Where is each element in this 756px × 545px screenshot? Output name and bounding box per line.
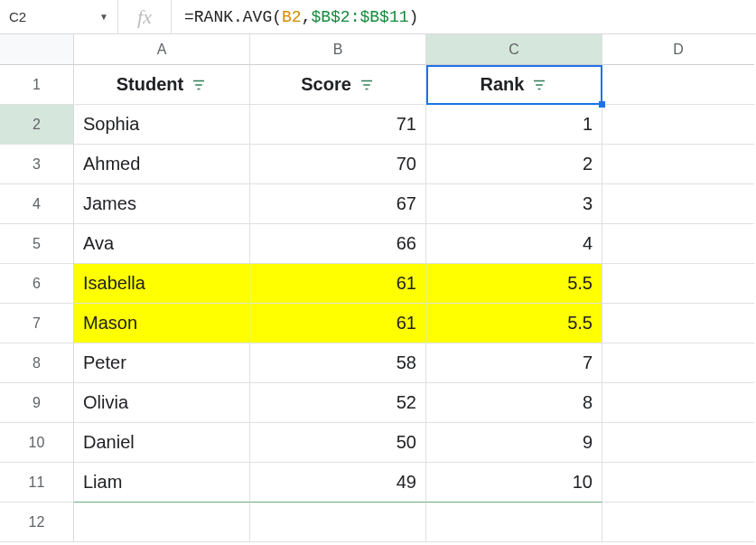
select-all-corner[interactable] <box>0 34 74 65</box>
table-row <box>74 503 756 542</box>
table-row: Isabella615.5 <box>74 264 756 304</box>
cell-empty[interactable] <box>602 383 754 423</box>
name-box-value: C2 <box>9 9 26 24</box>
cell-empty[interactable] <box>602 463 754 503</box>
cell-rank[interactable]: 1 <box>426 105 602 145</box>
cell-empty[interactable] <box>602 423 754 463</box>
header-student[interactable]: Student <box>74 65 250 105</box>
cell-score[interactable]: 70 <box>250 145 426 184</box>
cell-score[interactable]: 52 <box>250 383 426 423</box>
spreadsheet-grid: 1 2 3 4 5 6 7 8 9 10 11 12 A B C D Stude… <box>0 34 756 542</box>
row-header-5[interactable]: 5 <box>0 224 74 264</box>
header-rank[interactable]: Rank <box>426 65 602 105</box>
name-box-dropdown-icon[interactable]: ▼ <box>99 12 108 22</box>
formula-fn: RANK.AVG <box>194 8 272 26</box>
col-header-D[interactable]: D <box>602 34 754 65</box>
cell-student[interactable]: Liam <box>74 463 250 503</box>
row-header-12[interactable]: 12 <box>0 503 74 542</box>
table-row: Student Score Rank <box>74 65 756 105</box>
name-box[interactable]: C2 ▼ <box>0 0 117 33</box>
header-score-label: Score <box>301 74 351 95</box>
row-header-11[interactable]: 11 <box>0 463 74 503</box>
cell-score[interactable]: 71 <box>250 105 426 145</box>
cell-rank[interactable]: 2 <box>426 145 602 184</box>
table-row: Mason615.5 <box>74 304 756 343</box>
table-row: Olivia528 <box>74 383 756 423</box>
col-header-B[interactable]: B <box>250 34 426 65</box>
formula-input[interactable]: = RANK.AVG ( B2 , $B$2:$B$11 ) <box>172 0 431 33</box>
cell-D12[interactable] <box>602 503 754 542</box>
filter-icon[interactable] <box>359 77 375 93</box>
table-row: James673 <box>74 184 756 224</box>
cell-C12[interactable] <box>426 503 602 542</box>
cell-student[interactable]: James <box>74 184 250 224</box>
cell-score[interactable]: 66 <box>250 224 426 264</box>
cell-score[interactable]: 49 <box>250 463 426 503</box>
cell-empty[interactable] <box>602 105 754 145</box>
cell-A12[interactable] <box>74 503 250 542</box>
cell-score[interactable]: 61 <box>250 264 426 304</box>
cell-rank[interactable]: 5.5 <box>426 264 602 304</box>
row-header-2[interactable]: 2 <box>0 105 74 145</box>
cell-student[interactable]: Peter <box>74 343 250 383</box>
formula-arg2: $B$2:$B$11 <box>311 8 408 26</box>
cell-student[interactable]: Sophia <box>74 105 250 145</box>
cell-student[interactable]: Ava <box>74 224 250 264</box>
cell-B12[interactable] <box>250 503 426 542</box>
cell-student[interactable]: Olivia <box>74 383 250 423</box>
cell-student[interactable]: Isabella <box>74 264 250 304</box>
cell-empty[interactable] <box>602 184 754 224</box>
cell-rank[interactable]: 9 <box>426 423 602 463</box>
cell-empty[interactable] <box>602 343 754 383</box>
cell-rank[interactable]: 10 <box>426 463 602 503</box>
filter-icon[interactable] <box>531 77 547 93</box>
table-row: Peter587 <box>74 343 756 383</box>
formula-eq: = <box>184 8 194 26</box>
selection-fill-handle[interactable] <box>599 101 605 108</box>
row-header-6[interactable]: 6 <box>0 264 74 304</box>
cell-empty[interactable] <box>602 304 754 343</box>
cell-score[interactable]: 67 <box>250 184 426 224</box>
cell-D1[interactable] <box>602 65 754 105</box>
header-rank-label: Rank <box>481 74 525 95</box>
row-header-10[interactable]: 10 <box>0 423 74 463</box>
header-score[interactable]: Score <box>250 65 426 105</box>
header-student-label: Student <box>117 74 183 95</box>
cell-student[interactable]: Mason <box>74 304 250 343</box>
row-headers: 1 2 3 4 5 6 7 8 9 10 11 12 <box>0 34 74 542</box>
row-header-8[interactable]: 8 <box>0 343 74 383</box>
row-header-7[interactable]: 7 <box>0 304 74 343</box>
cell-empty[interactable] <box>602 264 754 304</box>
cell-student[interactable]: Ahmed <box>74 145 250 184</box>
row-header-4[interactable]: 4 <box>0 184 74 224</box>
cell-rank[interactable]: 8 <box>426 383 602 423</box>
cell-rank[interactable]: 7 <box>426 343 602 383</box>
cell-rank[interactable]: 4 <box>426 224 602 264</box>
table-row: Ahmed702 <box>74 145 756 184</box>
column-headers: A B C D <box>74 34 756 65</box>
row-header-3[interactable]: 3 <box>0 145 74 184</box>
cell-score[interactable]: 61 <box>250 304 426 343</box>
table-row: Daniel509 <box>74 423 756 463</box>
fx-label: fx <box>117 0 172 33</box>
row-header-1[interactable]: 1 <box>0 65 74 105</box>
formula-close: ) <box>409 8 419 26</box>
table-row: Liam4910 <box>74 463 756 503</box>
table-row: Sophia711 <box>74 105 756 145</box>
cell-rank[interactable]: 3 <box>426 184 602 224</box>
cell-empty[interactable] <box>602 145 754 184</box>
formula-open: ( <box>272 8 282 26</box>
cell-student[interactable]: Daniel <box>74 423 250 463</box>
row-header-9[interactable]: 9 <box>0 383 74 423</box>
filter-icon[interactable] <box>191 77 207 93</box>
col-header-C[interactable]: C <box>426 34 602 65</box>
grid-body: A B C D Student Score Rank <box>74 34 756 542</box>
formula-arg1: B2 <box>282 8 302 26</box>
cell-score[interactable]: 50 <box>250 423 426 463</box>
table-row: Ava664 <box>74 224 756 264</box>
cell-empty[interactable] <box>602 224 754 264</box>
cell-score[interactable]: 58 <box>250 343 426 383</box>
cell-rank[interactable]: 5.5 <box>426 304 602 343</box>
col-header-A[interactable]: A <box>74 34 250 65</box>
formula-comma: , <box>302 8 312 26</box>
